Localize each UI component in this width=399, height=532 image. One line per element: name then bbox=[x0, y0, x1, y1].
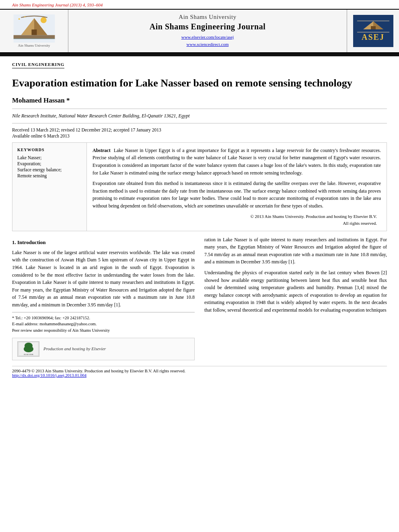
right-paragraph-1: ration in Lake Nasser is of quite intere… bbox=[204, 236, 387, 266]
body-two-columns: 1. Introduction Lake Nasser is one of th… bbox=[12, 236, 387, 360]
svg-point-7 bbox=[24, 16, 25, 17]
university-logo-svg bbox=[12, 14, 56, 43]
keyword-2: Evaporation; bbox=[17, 161, 82, 166]
footnote-peer: Peer review under responsibility of Ain … bbox=[12, 327, 195, 334]
journal-header: Ain Shams University Ain Shams Universit… bbox=[0, 9, 399, 53]
received-dates: Received 13 March 2012; revised 12 Decem… bbox=[12, 127, 387, 132]
svg-point-18 bbox=[24, 346, 33, 352]
university-name-under-logo: Ain Shams University bbox=[18, 43, 50, 47]
keywords-title: KEYWORDS bbox=[17, 148, 82, 152]
journal-name-header: Ain Shams Engineering Journal bbox=[150, 22, 265, 31]
paper-title: Evaporation estimation for Lake Nasser b… bbox=[12, 76, 387, 90]
footnote-email: E-mail address: mohammedhasaneg@yahoo.co… bbox=[12, 321, 195, 327]
main-content: CIVIL ENGINEERING Evaporation estimation… bbox=[0, 56, 399, 378]
intro-paragraph-1: Lake Nasser is one of the largest artifi… bbox=[12, 249, 195, 309]
divider-after-affiliation bbox=[12, 123, 387, 123]
affiliation-text: Nile Research Institute, National Water … bbox=[12, 113, 387, 119]
right-paragraph-2: Understanding the physics of evaporation… bbox=[204, 269, 387, 314]
journal-reference-bar: Ain Shams Engineering Journal (2013) 4, … bbox=[0, 0, 399, 9]
available-online-date: Available online 6 March 2013 bbox=[12, 134, 387, 138]
elsevier-logo: ELSEVIER bbox=[17, 341, 39, 357]
abstract-paragraph-2: Evaporation rate obtained from this meth… bbox=[93, 180, 381, 210]
introduction-heading: 1. Introduction bbox=[12, 238, 195, 246]
svg-rect-5 bbox=[13, 35, 55, 39]
elsevier-logo-svg: ELSEVIER bbox=[19, 342, 39, 356]
svg-point-1 bbox=[40, 17, 46, 23]
author-name: Mohamed Hassan * bbox=[12, 97, 387, 105]
svg-rect-4 bbox=[31, 29, 37, 35]
keyword-1: Lake Nasser; bbox=[17, 155, 82, 160]
svg-rect-12 bbox=[371, 26, 376, 29]
bottom-bar: 2090-4479 © 2013 Ain Shams University. P… bbox=[12, 366, 387, 378]
abstract-section: KEYWORDS Lake Nasser; Evaporation; Surfa… bbox=[12, 142, 387, 231]
journal-title-section: Ain Shams University Ain Shams Engineeri… bbox=[68, 10, 347, 52]
university-name-header: Ain Shams University bbox=[179, 14, 236, 21]
svg-point-6 bbox=[18, 18, 20, 20]
svg-text:ELSEVIER: ELSEVIER bbox=[24, 353, 33, 355]
abstract-paragraph-1: Abstract Lake Nasser in Upper Egypt is o… bbox=[93, 147, 381, 177]
elsevier-box: ELSEVIER Production and hosting by Elsev… bbox=[12, 338, 195, 360]
black-divider-bar bbox=[0, 53, 399, 56]
journal-url1[interactable]: www.elsevier.com/locate/asej bbox=[181, 34, 234, 41]
asej-logo-section: ASEJ bbox=[347, 10, 399, 52]
svg-rect-13 bbox=[357, 21, 389, 21]
university-logo-box: Ain Shams University bbox=[6, 13, 62, 49]
footnote-section: * Tel.: +20 1003696964; fax: +20 2421871… bbox=[12, 312, 195, 334]
divider-after-author bbox=[12, 109, 387, 109]
abstract-label: Abstract bbox=[93, 148, 111, 153]
keyword-3: Surface energy balance; bbox=[17, 167, 82, 172]
footnote-tel: * Tel.: +20 1003696964; fax: +20 2421871… bbox=[12, 315, 195, 321]
journal-urls: www.elsevier.com/locate/asej www.science… bbox=[181, 34, 234, 48]
left-column: 1. Introduction Lake Nasser is one of th… bbox=[12, 236, 195, 360]
journal-ref-text: Ain Shams Engineering Journal (2013) 4, … bbox=[12, 2, 103, 7]
doi-link[interactable]: http://dx.doi.org/10.1016/j.asej.2013.01… bbox=[12, 373, 86, 378]
abstract-column: Abstract Lake Nasser in Upper Egypt is o… bbox=[87, 143, 387, 231]
right-column: ration in Lake Nasser is of quite intere… bbox=[204, 236, 387, 360]
bottom-issn-text: 2090-4479 © 2013 Ain Shams University. P… bbox=[12, 369, 387, 373]
keyword-4: Remote sensing bbox=[17, 173, 82, 178]
section-label: CIVIL ENGINEERING bbox=[12, 62, 64, 68]
university-logo-section: Ain Shams University bbox=[0, 10, 68, 52]
elsevier-text: Production and hosting by Elsevier bbox=[43, 345, 106, 352]
journal-url2[interactable]: www.sciencedirect.com bbox=[181, 41, 234, 48]
asej-logo-mini-svg bbox=[357, 21, 389, 33]
copyright-text: © 2013 Ain Shams University. Production … bbox=[93, 213, 381, 227]
author-name-text: Mohamed Hassan * bbox=[12, 97, 70, 104]
abstract-text-1: Lake Nasser in Upper Egypt is of a great… bbox=[93, 148, 381, 176]
keywords-column: KEYWORDS Lake Nasser; Evaporation; Surfa… bbox=[12, 143, 87, 231]
asej-logo-box: ASEJ bbox=[353, 15, 393, 47]
asej-logo-text: ASEJ bbox=[362, 33, 385, 42]
